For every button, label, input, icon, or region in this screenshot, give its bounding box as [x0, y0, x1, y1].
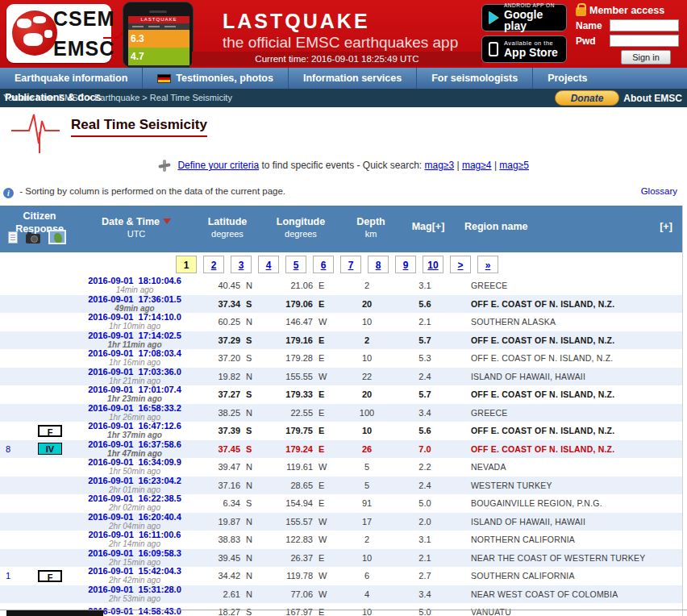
nav-projects[interactable]: Projects	[533, 68, 602, 89]
col-date-time[interactable]: Date & Time UTC	[81, 216, 192, 239]
magnitude-value: 2.2	[400, 462, 450, 472]
event-date-link[interactable]: 2016-09-01 16:58:33.2	[79, 404, 190, 413]
event-date-link[interactable]: 2016-09-01 18:10:04.6	[79, 277, 190, 285]
event-date-link[interactable]: 2016-09-01 17:36:01.5	[79, 295, 190, 304]
page-button-3[interactable]: 3	[231, 256, 252, 273]
page-button-4[interactable]: 4	[258, 256, 279, 273]
longitude-value: 155.55	[261, 372, 313, 381]
event-date-link[interactable]: 2016-09-01 17:14:10.0	[79, 313, 190, 322]
app-store-line2: App Store	[504, 47, 558, 59]
longitude-value: 179.33	[261, 389, 313, 399]
page-button->[interactable]: >	[450, 256, 471, 273]
region-name: NORTHERN CALIFORNIA	[450, 535, 683, 544]
donate-button[interactable]: Donate	[555, 90, 619, 106]
nav-publications-docs[interactable]: Publications & docs	[5, 92, 101, 103]
nav-testimonies-photos[interactable]: Testimonies, photos	[143, 68, 289, 89]
event-date-link[interactable]: 2016-09-01 16:37:58.6	[79, 440, 190, 449]
time-ago: 2hr 15min ago	[79, 559, 190, 567]
magnitude-value: 2.1	[400, 553, 450, 563]
pwd-input[interactable]	[610, 35, 679, 47]
time-ago: 2hr 04min ago	[79, 522, 190, 531]
event-date-link[interactable]: 2016-09-01 16:34:09.9	[79, 458, 190, 467]
latitude-value: 37.34	[190, 299, 240, 309]
event-date-link[interactable]: 2016-09-01 17:03:36.0	[79, 368, 190, 377]
sign-in-button[interactable]: Sign in	[621, 50, 671, 65]
table-row: 2016-09-01 17:08:03.41hr 16min ago37.20S…	[0, 349, 683, 368]
page-button-9[interactable]: 9	[395, 256, 416, 273]
page-button-5[interactable]: 5	[285, 256, 306, 273]
nav-information-services[interactable]: Information services	[289, 68, 417, 89]
col-region-name[interactable]: Region name	[464, 221, 626, 234]
col-latitude[interactable]: Latitude degrees	[192, 216, 263, 239]
col-longitude[interactable]: Longitude degrees	[264, 216, 337, 239]
event-date-link[interactable]: 2016-09-01 17:08:03.4	[79, 349, 190, 358]
quick-search-mag5[interactable]: mag≥5	[499, 160, 529, 171]
date-cell: 2016-09-01 18:10:04.614min ago	[79, 277, 190, 294]
event-date-link[interactable]: 2016-09-01 15:31:28.0	[79, 585, 190, 594]
event-date-link[interactable]: 2016-09-01 17:01:07.4	[79, 385, 190, 394]
longitude-value: 179.16	[261, 335, 313, 345]
latitude-value: 37.29	[190, 335, 240, 345]
quick-search-line: Define your criteria to find specific ev…	[0, 160, 687, 171]
nav-for-seismologists[interactable]: For seismologists	[417, 68, 533, 89]
event-date-link[interactable]: 2016-09-01 16:22:38.5	[79, 494, 190, 503]
col-magnitude[interactable]: Mag[+]	[403, 221, 453, 234]
page-button-10[interactable]: 10	[423, 256, 443, 273]
event-date-link[interactable]: 2016-09-01 16:11:00.6	[79, 531, 190, 539]
event-date-link[interactable]: 2016-09-01 15:42:04.3	[79, 567, 190, 576]
about-emsc-link[interactable]: About EMSC	[623, 93, 682, 104]
app-store-badge[interactable]: Available on the App Store	[481, 35, 567, 63]
page-button-8[interactable]: 8	[368, 256, 389, 273]
page-button-»[interactable]: »	[477, 256, 498, 273]
date-cell: 2016-09-01 16:20:40.42hr 04min ago	[79, 513, 190, 531]
quick-search-mag4[interactable]: mag≥4	[462, 160, 492, 171]
event-date-link[interactable]: 2016-09-01 16:20:40.4	[79, 513, 190, 522]
event-date-link[interactable]: 2016-09-01 16:09:58.3	[79, 549, 190, 558]
depth-value: 4	[334, 589, 400, 599]
event-date-link[interactable]: 2016-09-01 17:14:02.5	[79, 331, 190, 340]
event-date-link[interactable]: 2016-09-01 16:23:04.2	[79, 477, 190, 485]
member-access-panel: Member access Name Pwd Sign in	[576, 5, 682, 68]
logo-line2: EMSC	[53, 36, 110, 60]
latitude-value: 18.27	[190, 607, 240, 616]
citizen-badge-cell: F	[21, 425, 79, 437]
longitude-direction: W	[313, 317, 334, 327]
longitude-direction: E	[313, 426, 334, 435]
glossary-link[interactable]: Glossary	[641, 186, 677, 196]
longitude-direction: W	[313, 589, 334, 599]
date-cell: 2016-09-01 15:31:28.02hr 53min ago	[79, 585, 190, 603]
date-cell: 2016-09-01 17:08:03.41hr 16min ago	[79, 349, 190, 367]
map-icon[interactable]	[48, 230, 66, 244]
nav-earthquake-information[interactable]: Earthquake information	[0, 68, 143, 89]
col-more[interactable]: [+]	[653, 221, 679, 234]
csem-emsc-logo[interactable]: CSEM EMSC	[6, 4, 111, 63]
page-button-2[interactable]: 2	[203, 256, 224, 273]
intensity-badge[interactable]: IV	[38, 443, 62, 455]
sort-desc-icon	[163, 219, 171, 224]
col-depth[interactable]: Depth km	[339, 216, 403, 239]
region-name: NEAR THE COAST OF WESTERN TURKEY	[450, 553, 683, 563]
google-play-badge[interactable]: ANDROID APP ON Google play	[481, 4, 567, 31]
event-date-link[interactable]: 2016-09-01 16:47:12.6	[79, 422, 190, 431]
time-ago: 1hr 23min ago	[79, 395, 190, 403]
table-row: 2016-09-01 17:01:07.41hr 23min ago37.27S…	[0, 385, 683, 404]
page-button-1[interactable]: 1	[176, 256, 197, 273]
latitude-direction: S	[240, 426, 261, 435]
magnitude-value: 5.0	[400, 607, 450, 616]
time-ago: 1hr 26min ago	[79, 414, 190, 422]
photo-icon[interactable]	[26, 234, 40, 243]
quick-search-mag3[interactable]: mag≥3	[425, 160, 455, 171]
longitude-direction: W	[313, 571, 334, 581]
date-cell: 2016-09-01 17:36:01.549min ago	[79, 295, 190, 313]
magnitude-value: 5.6	[400, 299, 450, 309]
latitude-direction: S	[240, 299, 261, 309]
magnitude-value: 3.4	[400, 589, 450, 599]
define-criteria-link[interactable]: Define your criteria	[177, 160, 259, 171]
longitude-value: 179.28	[261, 353, 313, 363]
page-button-7[interactable]: 7	[340, 256, 361, 273]
page-button-6[interactable]: 6	[313, 256, 334, 273]
name-input[interactable]	[610, 19, 679, 31]
felt-badge[interactable]: F	[38, 570, 62, 582]
testimony-icon[interactable]	[8, 231, 18, 243]
felt-badge[interactable]: F	[38, 425, 62, 437]
